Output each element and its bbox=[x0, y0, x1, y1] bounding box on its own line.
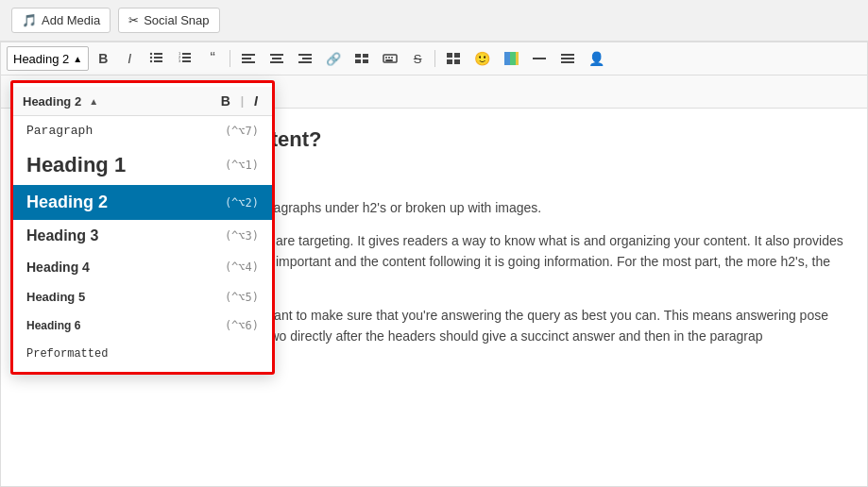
hr-button[interactable] bbox=[526, 46, 553, 71]
svg-rect-37 bbox=[533, 58, 546, 59]
svg-rect-40 bbox=[561, 61, 574, 63]
bold-icon: B bbox=[98, 51, 108, 66]
dropdown-item-h5[interactable]: Heading 5 (^⌥5) bbox=[13, 282, 272, 311]
dropdown-label-h2: Heading 2 bbox=[26, 193, 108, 212]
svg-rect-19 bbox=[302, 58, 312, 59]
dropdown-shortcut-h6: (^⌥6) bbox=[225, 319, 259, 332]
svg-rect-32 bbox=[447, 59, 452, 64]
svg-rect-1 bbox=[154, 57, 162, 59]
svg-rect-13 bbox=[242, 58, 251, 59]
dropdown-shortcut-paragraph: (^⌥7) bbox=[225, 125, 259, 138]
separator-1 bbox=[230, 50, 230, 67]
link-button[interactable]: 🔗 bbox=[320, 46, 347, 71]
chevron-up-icon: ▲ bbox=[73, 54, 82, 64]
svg-rect-38 bbox=[561, 54, 574, 56]
format-clear-button[interactable] bbox=[554, 46, 581, 71]
ol-icon: 123 bbox=[178, 50, 193, 68]
svg-rect-12 bbox=[242, 54, 255, 56]
svg-rect-6 bbox=[182, 53, 191, 55]
smiley-button[interactable]: 🙂 bbox=[468, 46, 496, 71]
dropdown-item-h2[interactable]: Heading 2 (^⌥2) bbox=[13, 185, 272, 220]
svg-point-4 bbox=[150, 56, 152, 58]
align-left-icon bbox=[241, 51, 256, 66]
blockquote-button[interactable]: “ bbox=[200, 46, 225, 71]
social-snap-button[interactable]: ✂ Social Snap bbox=[118, 8, 219, 33]
svg-rect-36 bbox=[516, 52, 519, 65]
dropdown-header: Heading 2 ▲ B | I bbox=[13, 87, 272, 116]
svg-rect-15 bbox=[270, 54, 283, 56]
ordered-list-button[interactable]: 123 bbox=[172, 46, 198, 71]
svg-rect-8 bbox=[182, 60, 191, 62]
more-icon bbox=[354, 51, 369, 66]
align-right-button[interactable] bbox=[292, 46, 318, 71]
link-icon: 🔗 bbox=[326, 52, 341, 66]
dropdown-item-h6[interactable]: Heading 6 (^⌥6) bbox=[13, 311, 272, 340]
dropdown-label-h4: Heading 4 bbox=[26, 260, 90, 275]
dropdown-item-h3[interactable]: Heading 3 (^⌥3) bbox=[13, 220, 272, 252]
format-select-label: Heading 2 bbox=[13, 52, 69, 66]
toolbar-row-1: Heading 2 ▲ B I 123 “ bbox=[1, 42, 867, 76]
dropdown-header-label: Heading 2 bbox=[23, 94, 81, 109]
table-icon-button[interactable] bbox=[440, 46, 467, 71]
dropdown-shortcut-h4: (^⌥4) bbox=[225, 260, 259, 274]
dropdown-bold-button[interactable]: B bbox=[216, 92, 235, 110]
align-left-button[interactable] bbox=[235, 46, 262, 71]
social-snap-icon: ✂ bbox=[128, 13, 139, 27]
editor-wrapper: Heading 2 ▲ B I 123 “ bbox=[0, 42, 868, 487]
svg-rect-35 bbox=[510, 52, 516, 65]
top-bar: 🎵 Add Media ✂ Social Snap bbox=[0, 0, 868, 42]
dropdown-item-pre[interactable]: Preformatted bbox=[13, 340, 272, 368]
more-button[interactable] bbox=[349, 46, 375, 71]
ul-icon bbox=[149, 50, 164, 68]
user-button[interactable]: 👤 bbox=[583, 46, 610, 71]
format-select[interactable]: Heading 2 ▲ bbox=[7, 46, 89, 71]
svg-rect-30 bbox=[447, 53, 452, 58]
dropdown-label-h1: Heading 1 bbox=[26, 153, 126, 177]
dropdown-item-h4[interactable]: Heading 4 (^⌥4) bbox=[13, 252, 272, 282]
italic-button[interactable]: I bbox=[117, 46, 142, 71]
svg-rect-17 bbox=[270, 61, 283, 63]
format-clear-icon bbox=[560, 51, 575, 66]
keyboard-shortcuts-button[interactable] bbox=[377, 46, 403, 71]
color-icon bbox=[503, 51, 519, 66]
svg-rect-18 bbox=[298, 54, 312, 56]
hr-icon bbox=[532, 51, 547, 66]
italic-icon: I bbox=[128, 51, 131, 66]
strikethrough-button[interactable]: S bbox=[405, 46, 430, 71]
dropdown-item-h1[interactable]: Heading 1 (^⌥1) bbox=[13, 145, 272, 185]
dropdown-shortcut-h2: (^⌥2) bbox=[225, 196, 259, 210]
svg-rect-0 bbox=[154, 53, 162, 55]
svg-rect-31 bbox=[454, 53, 460, 58]
svg-rect-21 bbox=[355, 54, 361, 58]
dropdown-sep: | bbox=[241, 94, 244, 108]
dropdown-shortcut-h3: (^⌥3) bbox=[225, 229, 259, 243]
dropdown-item-paragraph[interactable]: Paragraph (^⌥7) bbox=[13, 116, 272, 145]
dropdown-label-paragraph: Paragraph bbox=[26, 124, 93, 138]
svg-rect-14 bbox=[242, 61, 255, 63]
svg-rect-20 bbox=[298, 61, 312, 63]
dropdown-label-pre: Preformatted bbox=[26, 347, 108, 361]
add-media-icon: 🎵 bbox=[22, 13, 37, 27]
svg-rect-39 bbox=[561, 58, 574, 59]
table-icon bbox=[446, 51, 461, 66]
keyboard-icon bbox=[383, 51, 398, 66]
svg-rect-33 bbox=[454, 59, 460, 64]
align-center-icon bbox=[269, 51, 284, 66]
dropdown-label-h6: Heading 6 bbox=[26, 319, 80, 332]
svg-rect-22 bbox=[363, 54, 368, 58]
svg-rect-24 bbox=[363, 59, 368, 63]
add-media-button[interactable]: 🎵 Add Media bbox=[11, 8, 111, 33]
format-dropdown: Heading 2 ▲ B | I Paragraph (^⌥7) Headin… bbox=[10, 80, 275, 375]
align-right-icon bbox=[298, 51, 313, 66]
svg-point-5 bbox=[150, 59, 152, 61]
dropdown-shortcut-h5: (^⌥5) bbox=[225, 291, 259, 304]
align-center-button[interactable] bbox=[264, 46, 290, 71]
dropdown-label-h3: Heading 3 bbox=[26, 227, 98, 244]
svg-point-3 bbox=[150, 52, 152, 54]
bold-button[interactable]: B bbox=[91, 46, 115, 71]
unordered-list-button[interactable] bbox=[144, 46, 170, 71]
dropdown-italic-button[interactable]: I bbox=[249, 92, 263, 110]
color-button[interactable] bbox=[498, 46, 524, 71]
separator-2 bbox=[434, 50, 435, 67]
add-media-label: Add Media bbox=[42, 13, 100, 27]
